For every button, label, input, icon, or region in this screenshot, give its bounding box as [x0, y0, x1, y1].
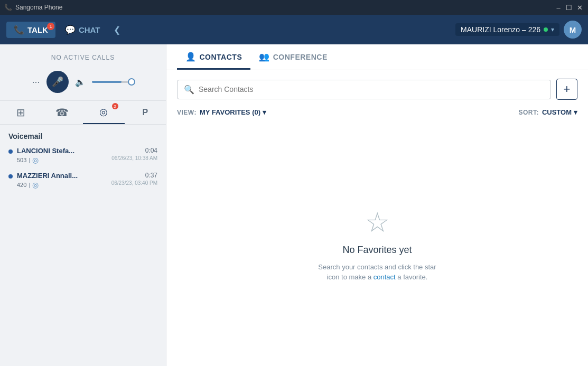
- separator: |: [29, 182, 30, 188]
- search-input[interactable]: [199, 85, 544, 93]
- caller-name: MAZZIERI Annali...: [17, 172, 107, 180]
- header: 📞 TALK 1 💬 CHAT ❮ MAURIZI Lorenzo – 226 …: [0, 15, 588, 44]
- titlebar: 📞 Sangoma Phone – ☐ ✕: [0, 0, 588, 15]
- caller-name: LANCIONI Stefa...: [17, 147, 107, 155]
- voicemail-meta: 0:04 06/26/23, 10:38 AM: [111, 147, 157, 161]
- call-duration: 0:04: [111, 147, 157, 154]
- mic-icon: 🎤: [52, 76, 63, 88]
- phone-icon: 📞: [14, 25, 24, 35]
- voicemail-item[interactable]: MAZZIERI Annali... 420 | ◎ 0:37 06/23/23…: [8, 172, 157, 189]
- status-dot: [544, 27, 548, 32]
- separator: |: [29, 157, 30, 163]
- maximize-button[interactable]: ☐: [565, 3, 573, 12]
- app-icon: 📞: [4, 4, 12, 11]
- contacts-toolbar: VIEW: MY FAVORITES (0) ▾ SORT: CUSTOM ▾: [166, 106, 588, 123]
- caller-ext: 420: [17, 182, 26, 188]
- voicemail-play-icon: ◎: [32, 156, 39, 164]
- call-duration: 0:37: [111, 172, 157, 179]
- voicemail-info: MAZZIERI Annali... 420 | ◎: [17, 172, 107, 189]
- volume-slider[interactable]: [92, 81, 134, 83]
- parking-button[interactable]: P: [125, 101, 166, 124]
- call-controls: ··· 🎤 🔈: [0, 68, 166, 100]
- caller-sub: 420 | ◎: [17, 181, 107, 189]
- avatar[interactable]: M: [564, 21, 582, 39]
- tab-conference[interactable]: 👥 CONFERENCE: [250, 44, 336, 70]
- calls-icon: ☎: [55, 106, 69, 119]
- voicemail-title: Voicemail: [8, 132, 157, 140]
- view-select[interactable]: MY FAVORITES (0) ▾: [200, 108, 266, 116]
- empty-title: No Favorites yet: [342, 245, 412, 256]
- tab-chat[interactable]: 💬 CHAT: [58, 22, 108, 38]
- more-options-button[interactable]: ···: [32, 77, 40, 88]
- chevron-down-icon: ▾: [551, 26, 554, 33]
- collapse-button[interactable]: ❮: [109, 23, 125, 37]
- volume-icon: 🔈: [75, 77, 86, 87]
- empty-description: Search your contacts and click the star …: [318, 262, 436, 283]
- empty-state: ☆ No Favorites yet Search your contacts …: [166, 123, 588, 366]
- dialpad-icon: ⊞: [16, 106, 25, 119]
- voicemail-info: LANCIONI Stefa... 503 | ◎: [17, 147, 107, 164]
- search-icon: 🔍: [184, 85, 194, 95]
- header-tabs: 📞 TALK 1 💬 CHAT ❮: [6, 22, 125, 38]
- voicemail-meta: 0:37 06/23/23, 03:40 PM: [111, 172, 157, 186]
- user-name: MAURIZI Lorenzo – 226: [461, 25, 540, 34]
- toolbar-left: VIEW: MY FAVORITES (0) ▾: [177, 108, 266, 116]
- search-bar: 🔍 +: [166, 70, 588, 106]
- volume-knob: [128, 78, 135, 86]
- add-contact-button[interactable]: +: [556, 79, 577, 100]
- tab-contacts[interactable]: 👤 CONTACTS: [177, 44, 250, 70]
- contacts-tab-icon: 👤: [185, 52, 197, 62]
- search-input-wrap: 🔍: [177, 80, 551, 99]
- star-icon: ☆: [365, 207, 390, 238]
- volume-fill: [92, 81, 122, 83]
- view-chevron-icon: ▾: [263, 108, 266, 116]
- toolbar-right: SORT: CUSTOM ▾: [518, 108, 577, 116]
- parking-icon: P: [142, 108, 148, 117]
- unread-dot: [8, 174, 13, 179]
- talk-label: TALK: [27, 25, 48, 34]
- no-active-calls-label: NO ACTIVE CALLS: [0, 44, 166, 68]
- voicemail-item[interactable]: LANCIONI Stefa... 503 | ◎ 0:04 06/26/23,…: [8, 147, 157, 164]
- unread-dot: [8, 149, 13, 154]
- titlebar-app-info: 📞 Sangoma Phone: [4, 4, 62, 11]
- nav-icons: ⊞ ☎ ◎ 2 P: [0, 100, 166, 125]
- sort-select[interactable]: CUSTOM ▾: [542, 108, 577, 116]
- header-user: MAURIZI Lorenzo – 226 ▾ M: [455, 21, 582, 39]
- right-panel: 👤 CONTACTS 👥 CONFERENCE 🔍 + VIEW: MY FAV…: [166, 44, 588, 366]
- sidebar: NO ACTIVE CALLS ··· 🎤 🔈 ⊞ ☎ ◎ 2: [0, 44, 166, 366]
- call-date: 06/23/23, 03:40 PM: [111, 180, 157, 186]
- view-value: MY FAVORITES (0): [200, 108, 260, 116]
- call-date: 06/26/23, 10:38 AM: [111, 155, 157, 161]
- voicemail-button[interactable]: ◎ 2: [83, 101, 125, 124]
- main-layout: NO ACTIVE CALLS ··· 🎤 🔈 ⊞ ☎ ◎ 2: [0, 44, 588, 366]
- contacts-tab-label: CONTACTS: [200, 53, 242, 61]
- sort-value: CUSTOM: [542, 108, 572, 116]
- conference-tab-label: CONFERENCE: [273, 53, 328, 61]
- microphone-button[interactable]: 🎤: [46, 71, 69, 93]
- view-label: VIEW:: [177, 109, 197, 116]
- conference-tab-icon: 👥: [259, 52, 270, 62]
- talk-badge: 1: [47, 23, 54, 30]
- close-button[interactable]: ✕: [575, 3, 584, 12]
- caller-ext: 503: [17, 157, 26, 163]
- voicemail-icon: ◎: [99, 106, 108, 118]
- voicemail-play-icon: ◎: [32, 181, 39, 189]
- chat-icon: 💬: [65, 25, 76, 35]
- caller-sub: 503 | ◎: [17, 156, 107, 164]
- window-controls: – ☐ ✕: [554, 3, 584, 12]
- sort-chevron-icon: ▾: [574, 108, 577, 116]
- sort-label: SORT:: [518, 109, 539, 116]
- contact-link[interactable]: contact: [374, 273, 396, 281]
- dialpad-button[interactable]: ⊞: [0, 101, 42, 124]
- tab-talk[interactable]: 📞 TALK 1: [6, 22, 55, 38]
- calls-button[interactable]: ☎: [42, 101, 83, 124]
- minimize-button[interactable]: –: [554, 3, 563, 12]
- voicemail-badge: 2: [112, 103, 118, 109]
- chat-label: CHAT: [79, 25, 100, 34]
- contacts-tabs: 👤 CONTACTS 👥 CONFERENCE: [166, 44, 588, 70]
- user-info[interactable]: MAURIZI Lorenzo – 226 ▾: [455, 23, 559, 36]
- voicemail-section: Voicemail LANCIONI Stefa... 503 | ◎ 0:04…: [0, 125, 166, 201]
- app-name: Sangoma Phone: [15, 4, 62, 11]
